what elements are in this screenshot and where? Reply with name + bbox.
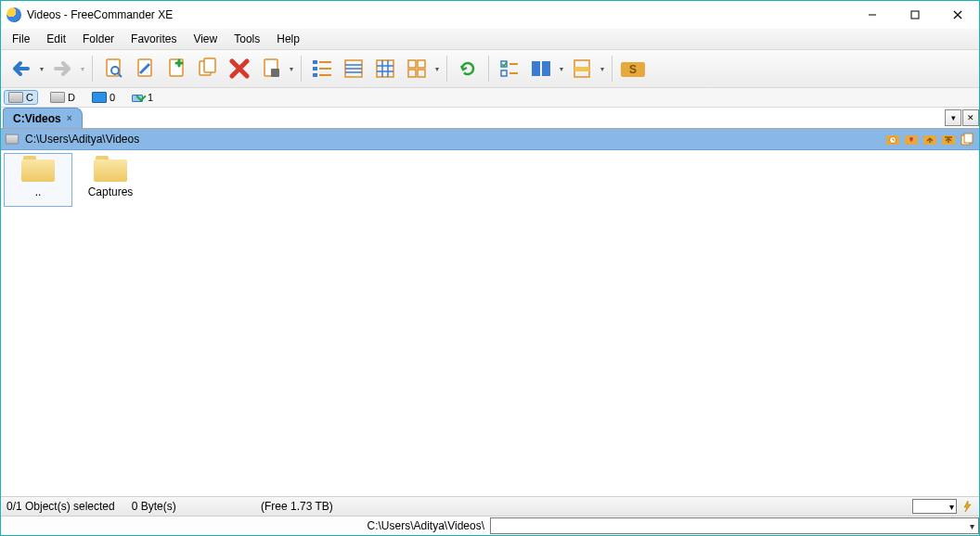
history-folder-icon [885,133,900,146]
menu-bar: File Edit Folder Favorites View Tools He… [1,29,979,50]
history-button[interactable] [884,132,901,147]
edit-button[interactable] [130,54,160,83]
drive-0[interactable]: 0 [88,91,119,104]
minimize-button[interactable] [851,1,894,29]
path-bar: C:\Users\Aditya\Videos [1,129,979,150]
file-item-captures[interactable]: Captures [77,154,144,206]
properties-button[interactable] [256,54,295,83]
tree-view-button[interactable] [307,54,337,83]
file-view-icon [102,57,124,80]
drive-c[interactable]: C [5,91,37,104]
tab-label: C:Videos [13,112,61,125]
monitor-icon [92,92,107,103]
copy-icon [960,133,974,146]
thumbnails-view-button[interactable] [402,54,441,83]
command-path: C:\Users\Aditya\Videos\ [1,519,490,532]
refresh-button[interactable] [453,54,483,83]
root-folder-icon [941,133,956,146]
thumbnails-view-icon [406,57,428,80]
svg-rect-30 [408,70,416,77]
list-view-button[interactable] [339,54,368,83]
svg-rect-23 [377,60,393,77]
disk-icon [8,92,23,103]
drive-d[interactable]: D [46,91,79,104]
window-title: Videos - FreeCommander XE [27,8,173,21]
tab-dropdown-button[interactable]: ▾ [945,109,961,126]
delete-icon [228,57,251,80]
parent-folder-icon [922,133,937,146]
drive-1[interactable]: 1 [128,91,157,104]
view-button[interactable] [98,54,128,83]
special-folder-icon: S [620,58,646,79]
menu-folder[interactable]: Folder [75,31,122,47]
drive-label: 1 [148,92,153,103]
select-button[interactable] [495,54,524,83]
status-bytes: 0 Byte(s) [132,500,176,513]
separator [301,56,302,82]
file-props-icon [260,57,282,80]
separator [446,56,447,82]
svg-rect-49 [964,134,973,143]
filter-dropdown[interactable]: ▾ [912,499,957,514]
highlight-icon [571,57,593,80]
copy-path-button[interactable] [959,132,975,147]
network-folder-icon [132,93,145,102]
tab-active[interactable]: C:Videos × [3,108,83,128]
delete-button[interactable] [225,54,254,83]
checklist-icon [498,57,521,80]
separator [488,56,489,82]
menu-tools[interactable]: Tools [226,31,267,47]
drive-label: 0 [110,92,115,103]
file-edit-icon [134,57,156,80]
details-view-button[interactable] [370,54,400,83]
copy-button[interactable] [193,54,223,83]
status-selection: 0/1 Object(s) selected [6,500,115,513]
favorite-folder-icon [904,133,919,146]
back-button[interactable] [6,54,45,83]
list-view-icon [342,57,365,80]
svg-rect-36 [532,61,540,76]
close-button[interactable] [936,1,979,29]
svg-rect-31 [418,70,425,77]
menu-favorites[interactable]: Favorites [123,31,184,47]
menu-edit[interactable]: Edit [39,31,73,47]
svg-rect-10 [204,58,215,72]
command-bar: C:\Users\Aditya\Videos\ ▾ [1,516,979,535]
drive-bar: C D 0 1 [1,88,979,108]
menu-view[interactable]: View [186,31,225,47]
file-item-parent[interactable]: .. [5,154,71,206]
tab-close-all-button[interactable]: ✕ [962,109,979,126]
tab-bar: C:Videos × ▾ ✕ [1,108,979,129]
maximize-button[interactable] [894,1,936,29]
highlight-button[interactable] [567,54,606,83]
separator [612,56,612,82]
svg-text:S: S [629,63,637,76]
folder-icon [21,156,55,182]
current-path[interactable]: C:\Users\Aditya\Videos [25,133,139,146]
command-input[interactable]: ▾ [490,517,979,534]
status-bar: 0/1 Object(s) selected 0 Byte(s) (Free 1… [1,496,979,516]
dual-pane-button[interactable] [526,54,565,83]
forward-button[interactable] [47,54,86,83]
menu-file[interactable]: File [5,31,37,47]
disk-icon [50,92,65,103]
svg-rect-28 [408,60,416,68]
parent-folder-button[interactable] [922,132,938,147]
svg-rect-12 [271,69,279,77]
separator [92,56,93,82]
new-file-button[interactable] [161,54,191,83]
svg-rect-14 [313,67,317,70]
filter-action-button[interactable] [959,498,975,515]
details-view-icon [374,57,396,80]
file-view[interactable]: .. Captures [1,150,979,496]
title-bar: Videos - FreeCommander XE [1,1,979,29]
file-name: Captures [88,185,134,198]
tab-close-icon[interactable]: × [67,113,72,123]
arrow-right-icon [50,57,74,80]
favorites-button[interactable] [903,132,920,147]
file-copy-icon [197,57,219,80]
menu-help[interactable]: Help [269,31,307,47]
lightning-icon [961,500,974,513]
root-folder-button[interactable] [940,132,957,147]
special-folder-button[interactable]: S [618,54,648,83]
